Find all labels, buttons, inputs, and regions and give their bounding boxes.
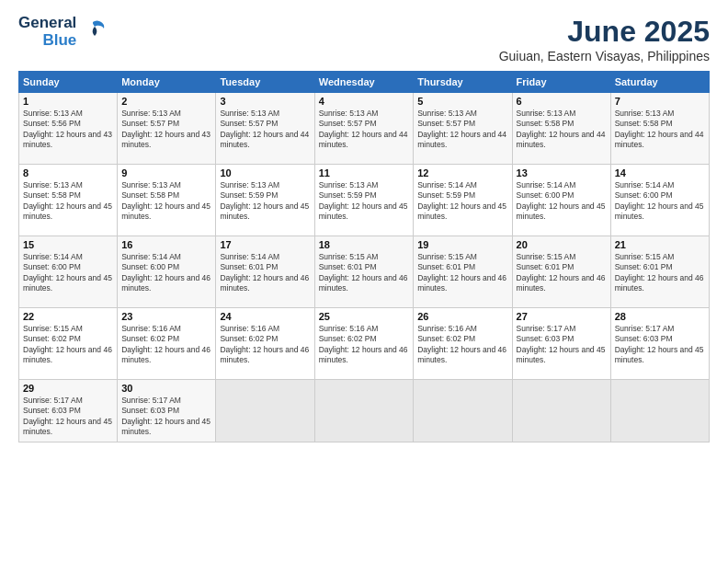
sunrise-label: Sunrise: 5:17 AM: [23, 396, 83, 405]
sunset-label: Sunset: 5:57 PM: [121, 119, 179, 128]
sunrise-label: Sunrise: 5:14 AM: [517, 180, 576, 190]
daylight-label: Daylight: 12 hours and 45 minutes.: [517, 201, 606, 221]
calendar-table: SundayMondayTuesdayWednesdayThursdayFrid…: [18, 71, 710, 442]
day-number: 20: [517, 239, 607, 250]
sunrise-label: Sunrise: 5:16 AM: [121, 324, 181, 333]
calendar-week-row: 1 Sunrise: 5:13 AM Sunset: 5:56 PM Dayli…: [19, 93, 710, 165]
sunrise-label: Sunrise: 5:14 AM: [615, 180, 675, 190]
day-number: 1: [23, 96, 113, 107]
daylight-label: Daylight: 12 hours and 46 minutes.: [220, 273, 309, 293]
sunset-label: Sunset: 6:03 PM: [615, 334, 673, 343]
day-info: Sunrise: 5:15 AM Sunset: 6:01 PM Dayligh…: [517, 252, 607, 294]
calendar-day-cell: 27 Sunrise: 5:17 AM Sunset: 6:03 PM Dayl…: [512, 308, 610, 380]
sunrise-label: Sunrise: 5:16 AM: [220, 324, 279, 333]
sunrise-label: Sunrise: 5:13 AM: [121, 109, 181, 118]
day-info: Sunrise: 5:16 AM Sunset: 6:02 PM Dayligh…: [121, 324, 211, 366]
sunrise-label: Sunrise: 5:14 AM: [220, 252, 279, 261]
calendar-day-cell: 9 Sunrise: 5:13 AM Sunset: 5:58 PM Dayli…: [118, 165, 216, 236]
sunrise-label: Sunrise: 5:14 AM: [121, 252, 181, 261]
weekday-header: Wednesday: [314, 72, 413, 93]
sunset-label: Sunset: 6:01 PM: [517, 262, 574, 271]
day-number: 6: [517, 96, 607, 107]
daylight-label: Daylight: 12 hours and 46 minutes.: [417, 273, 506, 293]
daylight-label: Daylight: 12 hours and 46 minutes.: [615, 273, 704, 293]
sunset-label: Sunset: 5:59 PM: [417, 190, 475, 200]
day-number: 26: [417, 311, 507, 322]
day-number: 13: [517, 167, 607, 178]
day-number: 21: [615, 239, 705, 250]
day-number: 19: [417, 239, 507, 250]
day-number: 7: [615, 96, 705, 107]
day-info: Sunrise: 5:15 AM Sunset: 6:01 PM Dayligh…: [417, 252, 507, 294]
day-number: 22: [23, 311, 113, 322]
sunset-label: Sunset: 6:02 PM: [319, 334, 377, 343]
day-info: Sunrise: 5:16 AM Sunset: 6:02 PM Dayligh…: [220, 324, 310, 366]
calendar-day-cell: 18 Sunrise: 5:15 AM Sunset: 6:01 PM Dayl…: [314, 236, 413, 308]
daylight-label: Daylight: 12 hours and 46 minutes.: [23, 345, 112, 364]
day-number: 16: [121, 239, 211, 250]
daylight-label: Daylight: 12 hours and 45 minutes.: [121, 201, 210, 221]
sunset-label: Sunset: 6:03 PM: [517, 334, 574, 343]
calendar-day-cell: 6 Sunrise: 5:13 AM Sunset: 5:58 PM Dayli…: [512, 93, 610, 165]
sunrise-label: Sunrise: 5:14 AM: [23, 252, 83, 261]
day-number: 15: [23, 239, 113, 250]
sunset-label: Sunset: 5:58 PM: [517, 119, 574, 128]
daylight-label: Daylight: 12 hours and 44 minutes.: [517, 130, 606, 149]
calendar-day-cell: 12 Sunrise: 5:14 AM Sunset: 5:59 PM Dayl…: [414, 165, 512, 236]
day-number: 29: [23, 383, 113, 394]
day-number: 23: [121, 311, 211, 322]
daylight-label: Daylight: 12 hours and 46 minutes.: [319, 345, 408, 364]
calendar-day-cell: 10 Sunrise: 5:13 AM Sunset: 5:59 PM Dayl…: [216, 165, 314, 236]
logo-general: General: [18, 15, 76, 32]
calendar-day-cell: 20 Sunrise: 5:15 AM Sunset: 6:01 PM Dayl…: [512, 236, 610, 308]
calendar-day-cell: 7 Sunrise: 5:13 AM Sunset: 5:58 PM Dayli…: [610, 93, 709, 165]
sunrise-label: Sunrise: 5:15 AM: [417, 252, 477, 261]
day-info: Sunrise: 5:14 AM Sunset: 5:59 PM Dayligh…: [417, 180, 507, 223]
sunrise-label: Sunrise: 5:14 AM: [417, 180, 477, 190]
day-number: 30: [121, 383, 211, 394]
sunrise-label: Sunrise: 5:15 AM: [517, 252, 576, 261]
sunrise-label: Sunrise: 5:13 AM: [220, 109, 279, 118]
calendar-week-row: 15 Sunrise: 5:14 AM Sunset: 6:00 PM Dayl…: [19, 236, 710, 308]
day-info: Sunrise: 5:15 AM Sunset: 6:01 PM Dayligh…: [319, 252, 409, 294]
sunset-label: Sunset: 6:03 PM: [23, 406, 81, 415]
day-info: Sunrise: 5:13 AM Sunset: 5:58 PM Dayligh…: [615, 109, 705, 151]
daylight-label: Daylight: 12 hours and 45 minutes.: [417, 201, 506, 221]
daylight-label: Daylight: 12 hours and 45 minutes.: [121, 417, 210, 436]
day-info: Sunrise: 5:13 AM Sunset: 5:59 PM Dayligh…: [319, 180, 409, 223]
day-info: Sunrise: 5:13 AM Sunset: 5:58 PM Dayligh…: [517, 109, 607, 151]
sunset-label: Sunset: 6:00 PM: [517, 190, 574, 200]
day-number: 17: [220, 239, 310, 250]
sunrise-label: Sunrise: 5:13 AM: [615, 109, 675, 118]
sunset-label: Sunset: 6:01 PM: [417, 262, 475, 271]
sunset-label: Sunset: 6:00 PM: [121, 262, 179, 271]
sunrise-label: Sunrise: 5:17 AM: [121, 396, 181, 405]
day-info: Sunrise: 5:16 AM Sunset: 6:02 PM Dayligh…: [417, 324, 507, 366]
sunrise-label: Sunrise: 5:13 AM: [23, 109, 83, 118]
daylight-label: Daylight: 12 hours and 45 minutes.: [615, 201, 704, 221]
daylight-label: Daylight: 12 hours and 45 minutes.: [23, 273, 112, 293]
weekday-header: Tuesday: [216, 72, 314, 93]
calendar-day-cell: 24 Sunrise: 5:16 AM Sunset: 6:02 PM Dayl…: [216, 308, 314, 380]
sunset-label: Sunset: 6:00 PM: [23, 262, 81, 271]
calendar-day-cell: 19 Sunrise: 5:15 AM Sunset: 6:01 PM Dayl…: [414, 236, 512, 308]
sunrise-label: Sunrise: 5:13 AM: [23, 180, 83, 190]
day-number: 4: [319, 96, 409, 107]
day-info: Sunrise: 5:13 AM Sunset: 5:57 PM Dayligh…: [319, 109, 409, 151]
sunrise-label: Sunrise: 5:13 AM: [417, 109, 477, 118]
sunrise-label: Sunrise: 5:15 AM: [23, 324, 83, 333]
calendar-day-cell: 23 Sunrise: 5:16 AM Sunset: 6:02 PM Dayl…: [118, 308, 216, 380]
calendar-week-row: 29 Sunrise: 5:17 AM Sunset: 6:03 PM Dayl…: [19, 380, 710, 442]
sunset-label: Sunset: 5:58 PM: [23, 190, 81, 200]
day-number: 2: [121, 96, 211, 107]
day-info: Sunrise: 5:17 AM Sunset: 6:03 PM Dayligh…: [121, 396, 211, 438]
sunset-label: Sunset: 5:59 PM: [220, 190, 278, 200]
calendar-week-row: 8 Sunrise: 5:13 AM Sunset: 5:58 PM Dayli…: [19, 165, 710, 236]
daylight-label: Daylight: 12 hours and 44 minutes.: [220, 130, 309, 149]
daylight-label: Daylight: 12 hours and 43 minutes.: [23, 130, 112, 149]
header: General Blue June 2025 Guiuan, Eastern V…: [18, 15, 710, 63]
page: General Blue June 2025 Guiuan, Eastern V…: [0, 0, 728, 563]
calendar-day-cell: [610, 380, 709, 442]
day-info: Sunrise: 5:13 AM Sunset: 5:58 PM Dayligh…: [121, 180, 211, 223]
day-info: Sunrise: 5:16 AM Sunset: 6:02 PM Dayligh…: [319, 324, 409, 366]
